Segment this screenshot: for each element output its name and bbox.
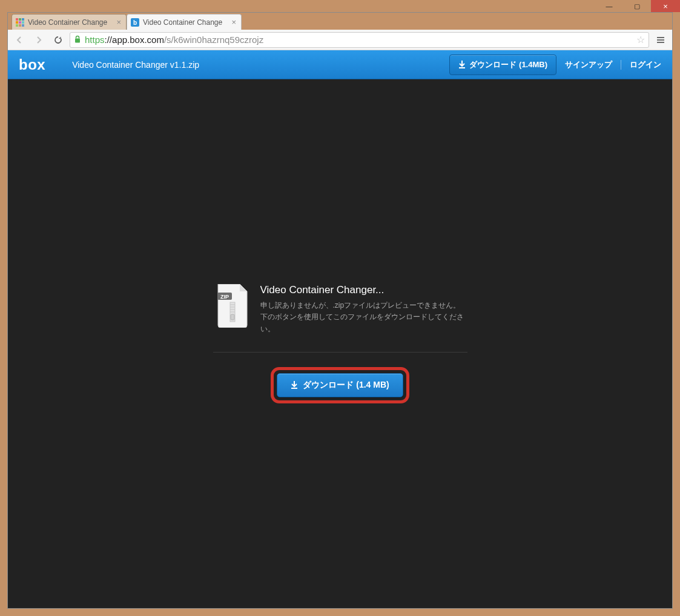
box-filename: Video Container Changer v1.1.zip: [72, 60, 199, 70]
reload-button[interactable]: [50, 32, 66, 48]
box-header-right: ダウンロード (1.4MB) サインアップ ログイン: [449, 55, 661, 75]
address-bar[interactable]: https://app.box.com/s/k6win0hazrnq59czro…: [70, 32, 649, 48]
download-icon: [291, 381, 298, 389]
tabstrip: Video Container Change × b Video Contain…: [8, 13, 672, 30]
maximize-button[interactable]: ▢: [623, 0, 651, 12]
url-scheme: https: [85, 35, 105, 45]
preview-title: Video Container Changer...: [260, 284, 430, 296]
minimize-button[interactable]: —: [595, 0, 623, 12]
browser-window: Video Container Change × b Video Contain…: [7, 12, 673, 609]
svg-rect-0: [16, 18, 18, 21]
download-button[interactable]: ダウンロード (1.4MB): [449, 55, 556, 75]
box-file-info-text: Video Container Changer... 申し訳ありませんが、.zi…: [260, 284, 465, 335]
favicon-grid-icon: [16, 18, 24, 27]
tab-title: Video Container Change: [143, 18, 226, 27]
svg-rect-7: [19, 24, 21, 27]
svg-rect-12: [657, 37, 664, 38]
box-file-info: ZIP Video Container Changer... 申し訳ありませんが…: [213, 284, 467, 352]
signup-link[interactable]: サインアップ: [565, 59, 612, 70]
tab-close-icon[interactable]: ×: [230, 18, 237, 27]
chrome-menu-button[interactable]: [653, 32, 668, 48]
header-divider: [621, 60, 621, 70]
svg-rect-6: [16, 24, 18, 27]
browser-tab[interactable]: Video Container Change ×: [12, 14, 127, 30]
svg-text:ZIP: ZIP: [220, 294, 228, 300]
box-preview-panel: ZIP Video Container Changer... 申し訳ありませんが…: [213, 284, 467, 403]
svg-rect-24: [291, 388, 297, 389]
download-button-main[interactable]: ダウンロード (1.4 MB): [277, 373, 403, 397]
browser-tab-active[interactable]: b Video Container Change ×: [127, 14, 242, 30]
bookmark-star-icon[interactable]: ☆: [636, 34, 645, 45]
os-titlebar: — ▢ ×: [0, 0, 680, 12]
forward-button[interactable]: [31, 32, 47, 48]
page-content: box Video Container Changer v1.1.zip ダウン…: [8, 50, 672, 608]
svg-rect-2: [22, 18, 24, 21]
box-header: box Video Container Changer v1.1.zip ダウン…: [8, 50, 672, 79]
download-button-label: ダウンロード (1.4MB): [469, 59, 547, 70]
svg-rect-15: [459, 67, 465, 68]
svg-rect-5: [22, 21, 24, 24]
svg-rect-23: [231, 314, 234, 320]
svg-rect-11: [75, 38, 80, 42]
browser-toolbar: https://app.box.com/s/k6win0hazrnq59czro…: [8, 30, 672, 50]
login-link[interactable]: ログイン: [630, 59, 661, 70]
back-button[interactable]: [12, 32, 27, 48]
annotation-highlight: ダウンロード (1.4 MB): [271, 367, 409, 403]
tab-close-icon[interactable]: ×: [115, 18, 122, 27]
svg-rect-1: [19, 18, 21, 21]
divider: [213, 352, 467, 353]
box-body: ZIP Video Container Changer... 申し訳ありませんが…: [8, 79, 672, 608]
svg-rect-13: [657, 39, 664, 41]
close-button[interactable]: ×: [651, 0, 680, 12]
os-window-frame: — ▢ × Video Container Change × b Video C…: [0, 0, 680, 616]
svg-rect-8: [22, 24, 24, 27]
box-logo[interactable]: box: [19, 56, 45, 73]
lock-icon: [74, 35, 81, 45]
svg-rect-4: [19, 21, 21, 24]
svg-rect-14: [657, 42, 664, 43]
zip-file-icon: ZIP: [216, 284, 249, 328]
svg-rect-3: [16, 21, 18, 24]
url-text: https://app.box.com/s/k6win0hazrnq59czro…: [85, 35, 263, 45]
download-button-main-label: ダウンロード (1.4 MB): [303, 380, 389, 391]
download-icon: [458, 61, 466, 69]
url-path: /s/k6win0hazrnq59czrojz: [164, 35, 263, 45]
preview-message: 申し訳ありませんが、.zipファイルはプレビューできません。下のボタンを使用して…: [260, 300, 465, 335]
svg-text:b: b: [133, 19, 137, 26]
tab-title: Video Container Change: [28, 18, 111, 27]
favicon-box-icon: b: [131, 18, 139, 27]
url-host: ://app.box.com: [105, 35, 164, 45]
